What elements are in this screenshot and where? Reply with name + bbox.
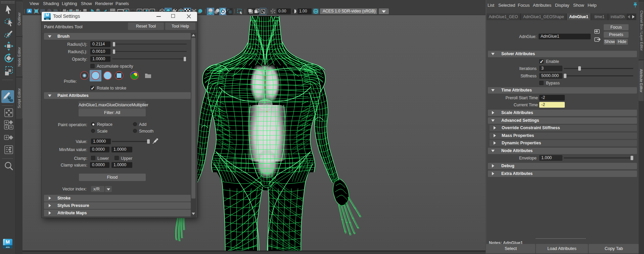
svg-text:A: A <box>28 9 31 13</box>
svg-text:ON: ON <box>314 10 317 12</box>
